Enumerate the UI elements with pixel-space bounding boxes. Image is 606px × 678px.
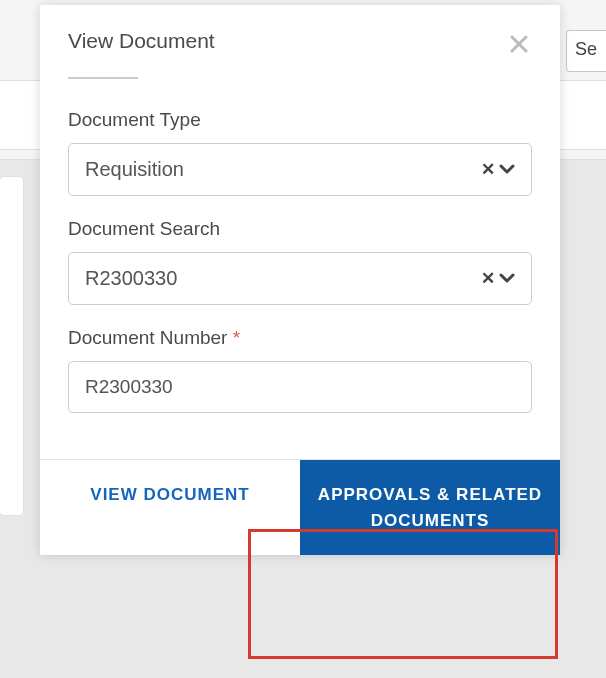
clear-icon[interactable]: ✕ [481, 159, 495, 180]
document-type-label: Document Type [68, 109, 532, 131]
view-document-modal: View Document Document Type Requisition … [40, 5, 560, 555]
document-number-label-text: Document Number [68, 327, 227, 348]
modal-title: View Document [68, 29, 215, 53]
required-asterisk: * [233, 327, 240, 348]
view-document-button[interactable]: VIEW DOCUMENT [40, 460, 300, 555]
modal-body: Document Type Requisition ✕ Document Sea… [40, 79, 560, 459]
document-number-input[interactable] [68, 361, 532, 413]
close-icon[interactable] [506, 29, 532, 59]
chevron-down-icon[interactable] [499, 160, 515, 180]
search-field-fragment[interactable]: Se [566, 30, 606, 72]
clear-icon[interactable]: ✕ [481, 268, 495, 289]
document-number-label: Document Number * [68, 327, 532, 349]
document-search-label: Document Search [68, 218, 532, 240]
select-icons: ✕ [481, 159, 515, 180]
document-search-select[interactable]: R2300330 ✕ [68, 252, 532, 305]
document-type-group: Document Type Requisition ✕ [68, 109, 532, 196]
document-search-value: R2300330 [85, 267, 177, 290]
select-icons: ✕ [481, 268, 515, 289]
document-number-group: Document Number * [68, 327, 532, 413]
approvals-related-documents-button[interactable]: APPROVALS & RELATED DOCUMENTS [300, 460, 560, 555]
document-type-select[interactable]: Requisition ✕ [68, 143, 532, 196]
modal-footer: VIEW DOCUMENT APPROVALS & RELATED DOCUME… [40, 459, 560, 555]
document-type-value: Requisition [85, 158, 184, 181]
chevron-down-icon[interactable] [499, 269, 515, 289]
document-search-group: Document Search R2300330 ✕ [68, 218, 532, 305]
modal-header: View Document [40, 5, 560, 59]
background-panel [0, 176, 24, 516]
